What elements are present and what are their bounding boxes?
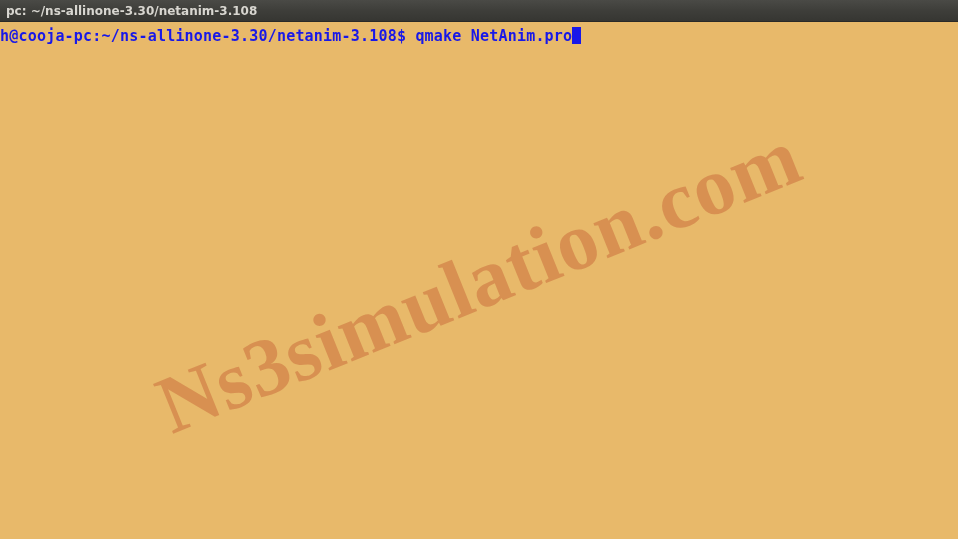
watermark: Ns3simulation.com	[158, 143, 800, 418]
command-line: h@cooja-pc:~/ns-allinone-3.30/netanim-3.…	[0, 22, 958, 46]
shell-prompt: h@cooja-pc:~/ns-allinone-3.30/netanim-3.…	[0, 27, 415, 45]
window-title: pc: ~/ns-allinone-3.30/netanim-3.108	[6, 4, 257, 18]
command-text: qmake NetAnim.pro	[415, 27, 572, 45]
terminal-area[interactable]: h@cooja-pc:~/ns-allinone-3.30/netanim-3.…	[0, 22, 958, 539]
cursor	[572, 27, 581, 44]
terminal-window: pc: ~/ns-allinone-3.30/netanim-3.108 h@c…	[0, 0, 958, 539]
title-bar[interactable]: pc: ~/ns-allinone-3.30/netanim-3.108	[0, 0, 958, 22]
